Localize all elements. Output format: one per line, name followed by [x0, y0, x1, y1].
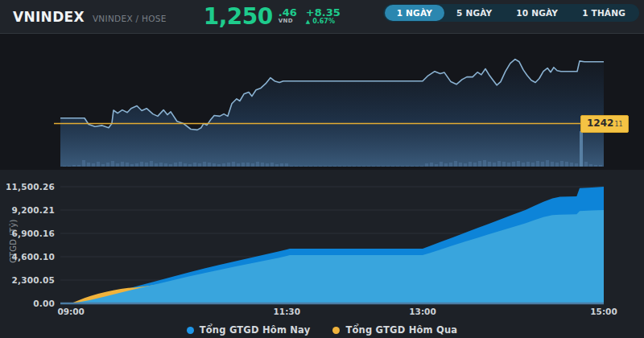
- volume-bar: [140, 162, 143, 167]
- volume-bar: [459, 163, 462, 167]
- chart-legend: Tổng GTGD Hôm Nay Tổng GTGD Hôm Qua: [0, 324, 644, 336]
- volume-bar: [188, 164, 192, 167]
- volume-bar: [328, 166, 332, 167]
- price-change: +8.35: [306, 7, 341, 18]
- volume-bar: [478, 161, 481, 167]
- volume-bar: [145, 163, 148, 167]
- volume-bar: [338, 166, 341, 167]
- volume-bar: [217, 164, 221, 167]
- range-button-1-month[interactable]: 1 THÁNG: [570, 5, 638, 21]
- volume-bar: [106, 163, 109, 167]
- volume-bar: [372, 166, 375, 167]
- volume-bar: [280, 163, 283, 167]
- volume-bar: [420, 166, 423, 167]
- volume-bar: [348, 166, 351, 167]
- volume-bar: [193, 163, 196, 167]
- volume-bar: [580, 131, 583, 167]
- volume-bar: [87, 163, 90, 167]
- volume-bar: [135, 163, 138, 167]
- volume-bar: [565, 162, 568, 167]
- volume-bar: [522, 163, 525, 167]
- volume-bar: [425, 163, 428, 167]
- volume-bar: [575, 163, 578, 167]
- volume-bar: [111, 161, 114, 167]
- y-tick-label: 2,300.05: [5, 275, 55, 285]
- volume-bar: [353, 166, 356, 167]
- volume-bar: [304, 166, 308, 167]
- volume-bar: [584, 162, 588, 167]
- volume-bar: [169, 164, 172, 167]
- volume-bar: [449, 163, 452, 167]
- volume-bar: [198, 163, 201, 167]
- volume-bar: [560, 161, 564, 167]
- volume-bar: [473, 163, 477, 167]
- volume-bar: [551, 162, 554, 167]
- range-button-10-day[interactable]: 10 NGÀY: [504, 5, 570, 21]
- price-series-group: [60, 60, 604, 167]
- volume-bar: [570, 163, 573, 167]
- volume-bar: [517, 161, 520, 167]
- time-range-selector: 1 NGÀY 5 NGÀY 10 NGÀY 1 THÁNG: [383, 4, 639, 22]
- range-button-5-day[interactable]: 5 NGÀY: [444, 5, 504, 21]
- last-price-fraction: .46: [279, 7, 297, 18]
- volume-bar: [164, 163, 167, 167]
- reference-price-tag: 1242 11: [580, 115, 629, 133]
- volume-bar: [333, 166, 336, 167]
- volume-bar: [232, 162, 235, 167]
- volume-bar: [357, 166, 361, 167]
- volume-bar: [242, 163, 245, 167]
- volume-bar: [266, 163, 269, 167]
- price-change-percent: 0.67%: [312, 18, 335, 26]
- volume-bar: [290, 166, 293, 167]
- volume-bar: [82, 160, 85, 167]
- volume-bar: [261, 163, 264, 167]
- volume-bar: [126, 163, 129, 167]
- reference-price-fraction: 11: [614, 119, 622, 130]
- volume-bar: [179, 162, 182, 167]
- legend-item-yesterday: Tổng GTGD Hôm Qua: [332, 324, 457, 336]
- volume-bar: [203, 162, 206, 167]
- symbol-title-group: VNINDEX VNINDEX / HOSE: [0, 9, 167, 25]
- volume-bar: [130, 164, 134, 167]
- volume-bar: [386, 166, 390, 167]
- volume-bar: [101, 164, 105, 167]
- volume-bar: [594, 165, 597, 167]
- volume-bar: [314, 166, 317, 167]
- volume-bar: [483, 160, 486, 167]
- volume-bar: [275, 164, 279, 167]
- reference-price-main: 1242: [587, 117, 613, 129]
- x-tick-label: 15:00: [590, 307, 617, 316]
- volume-bar: [406, 166, 409, 167]
- volume-bar: [536, 161, 539, 167]
- volume-bar: [222, 163, 225, 167]
- volume-bar: [213, 163, 216, 167]
- up-arrow-icon: ▲: [306, 18, 310, 26]
- y-tick-label: 0.00: [5, 299, 55, 308]
- symbol-exchange: VNINDEX / HOSE: [93, 14, 167, 23]
- volume-bar: [299, 166, 303, 167]
- volume-bar: [382, 166, 385, 167]
- volume-bar: [208, 163, 211, 167]
- range-button-1-day[interactable]: 1 NGÀY: [385, 5, 444, 21]
- volume-bar: [362, 166, 365, 167]
- volume-bar: [454, 161, 457, 167]
- volume-bar: [68, 166, 71, 167]
- legend-label-today: Tổng GTGD Hôm Nay: [200, 324, 311, 336]
- volume-bar: [377, 166, 380, 167]
- legend-dot-today-icon: [187, 327, 194, 334]
- charts-canvas[interactable]: [0, 0, 644, 338]
- volume-bar: [599, 165, 602, 167]
- y-tick-label: 11,500.26: [5, 182, 55, 192]
- volume-bar: [546, 160, 549, 167]
- volume-bar: [256, 162, 259, 167]
- volume-bar: [444, 163, 448, 167]
- volume-bar: [343, 166, 346, 167]
- volume-bar: [150, 161, 153, 167]
- y-tick-label: 6,900.16: [5, 229, 55, 238]
- volume-bar: [295, 166, 298, 167]
- price-area-fill: [60, 60, 604, 167]
- currency-label: VND: [279, 18, 293, 25]
- volume-bar: [488, 162, 491, 167]
- volume-bar: [367, 166, 370, 167]
- volume-bar: [155, 163, 158, 167]
